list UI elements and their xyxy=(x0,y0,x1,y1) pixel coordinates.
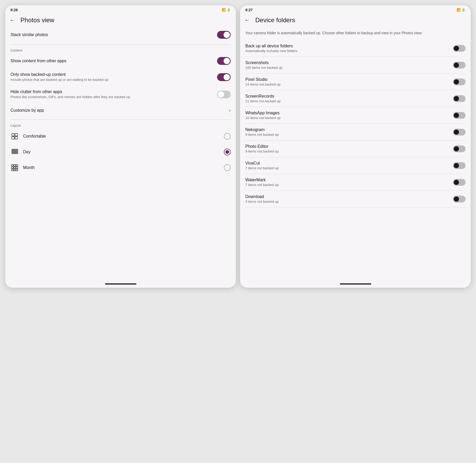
stack-label: Stack similar photos xyxy=(10,32,214,37)
top-bar-left: ← Photos view xyxy=(5,13,236,27)
folder-info-6: Photo Editor 9 items not backed up xyxy=(245,144,453,153)
svg-rect-0 xyxy=(12,134,14,136)
svg-rect-17 xyxy=(14,165,16,166)
show-content-row: Show content from other apps xyxy=(10,53,231,69)
svg-rect-23 xyxy=(14,169,16,171)
svg-rect-18 xyxy=(16,165,18,166)
svg-rect-7 xyxy=(17,149,18,150)
bottom-bar-right xyxy=(240,280,471,288)
svg-rect-15 xyxy=(17,153,18,154)
day-icon xyxy=(10,148,19,156)
folder-toggle-7[interactable] xyxy=(453,162,466,169)
show-content-toggle[interactable] xyxy=(217,57,231,65)
bottom-pill-left xyxy=(105,283,136,285)
folder-toggle-6[interactable] xyxy=(453,145,466,152)
status-bar-left: 8:26 📶 🔋 xyxy=(5,5,236,13)
folder-name-9: Download xyxy=(245,194,453,199)
comfortable-radio[interactable] xyxy=(224,133,231,140)
folder-count-9: 3 items not backed up xyxy=(245,200,453,204)
status-bar-right: 8:27 📶 🔋 xyxy=(240,5,471,13)
folder-toggle-1[interactable] xyxy=(453,62,466,69)
stack-check-icon: ✓ xyxy=(226,33,229,37)
layout-month[interactable]: Month xyxy=(10,160,231,176)
folder-count-2: 14 items not backed up xyxy=(245,82,453,86)
layout-comfortable[interactable]: Comfortable xyxy=(10,128,231,144)
folder-knob-0 xyxy=(454,46,459,51)
folder-name-5: Nekogram xyxy=(245,127,453,132)
back-button-right[interactable]: ← xyxy=(242,16,252,25)
folder-toggle-8[interactable] xyxy=(453,179,466,186)
svg-rect-6 xyxy=(15,149,16,150)
customize-app-row[interactable]: Customize by app › xyxy=(10,103,231,117)
folder-knob-5 xyxy=(454,129,459,135)
svg-rect-10 xyxy=(15,151,16,152)
folder-count-5: 9 items not backed up xyxy=(245,133,453,137)
folder-count-7: 7 items not backed up xyxy=(245,166,453,170)
time-left: 8:26 xyxy=(10,8,18,12)
svg-rect-24 xyxy=(16,169,18,171)
svg-rect-21 xyxy=(16,167,18,169)
month-label: Month xyxy=(23,165,224,170)
folder-name-6: Photo Editor xyxy=(245,144,453,149)
folder-row-8: WaterMark 7 items not backed up xyxy=(245,174,466,191)
hide-clutter-toggle[interactable] xyxy=(217,91,231,98)
svg-rect-14 xyxy=(15,153,16,154)
svg-rect-20 xyxy=(14,167,16,169)
folder-info-9: Download 3 items not backed up xyxy=(245,194,453,204)
folder-knob-7 xyxy=(454,163,459,168)
only-backed-toggle-knob xyxy=(224,74,230,80)
folder-toggle-3[interactable] xyxy=(453,95,466,102)
layout-day[interactable]: Day xyxy=(10,144,231,160)
svg-rect-13 xyxy=(14,153,15,154)
battery-icon: 🔋 xyxy=(462,8,466,12)
show-content-label: Show content from other apps xyxy=(10,59,214,63)
folder-info-4: WhatsApp Images 10 items not backed up xyxy=(245,111,453,120)
chevron-icon: › xyxy=(229,107,231,113)
page-title-right: Device folders xyxy=(255,16,295,24)
hide-clutter-sublabel: Photos like screenshots, GIFs, and memes… xyxy=(10,95,214,99)
folder-name-7: VivaCut xyxy=(245,161,453,166)
divider-2 xyxy=(10,120,231,120)
svg-rect-3 xyxy=(15,137,18,139)
folder-toggle-0[interactable] xyxy=(453,45,466,52)
folder-count-4: 10 items not backed up xyxy=(245,116,453,120)
only-backed-toggle[interactable] xyxy=(217,73,231,81)
folder-knob-2 xyxy=(454,79,459,84)
folder-knob-1 xyxy=(454,63,459,68)
folder-row-7: VivaCut 7 items not backed up xyxy=(245,157,466,174)
folder-name-2: Pixel Studio xyxy=(245,77,453,82)
page-title-left: Photos view xyxy=(20,16,54,24)
comfortable-icon xyxy=(10,132,19,140)
svg-rect-2 xyxy=(12,137,14,139)
only-backed-label: Only show backed-up content xyxy=(10,72,214,77)
bottom-pill-right xyxy=(340,283,371,285)
month-radio[interactable] xyxy=(224,164,231,171)
signal-icon: 📶 xyxy=(457,8,461,12)
folder-info-5: Nekogram 9 items not backed up xyxy=(245,127,453,137)
day-radio[interactable] xyxy=(224,149,231,155)
folder-name-4: WhatsApp Images xyxy=(245,111,453,115)
back-button-left[interactable]: ← xyxy=(7,16,17,25)
svg-rect-19 xyxy=(12,167,13,169)
top-bar-right: ← Device folders xyxy=(240,13,471,27)
day-label: Day xyxy=(23,150,224,154)
folder-toggle-4[interactable] xyxy=(453,112,466,119)
folder-toggle-9[interactable] xyxy=(453,196,466,202)
stack-toggle[interactable]: ✓ xyxy=(217,31,231,39)
right-screen: 8:27 📶 🔋 ← Device folders Your camera fo… xyxy=(240,5,471,288)
folder-info-7: VivaCut 7 items not backed up xyxy=(245,161,453,170)
svg-rect-1 xyxy=(15,134,18,136)
hide-clutter-toggle-knob xyxy=(218,91,224,98)
folder-toggle-2[interactable] xyxy=(453,78,466,85)
content-area-right: Your camera folder is automatically back… xyxy=(240,27,471,280)
folder-count-0: Automatically includes new folders xyxy=(245,49,453,53)
folder-toggle-5[interactable] xyxy=(453,129,466,135)
folder-count-6: 9 items not backed up xyxy=(245,149,453,153)
only-backed-row: Only show backed-up content Include phot… xyxy=(10,69,231,86)
only-backed-sublabel: Include photos that are backed up or are… xyxy=(10,77,214,82)
month-icon xyxy=(10,163,19,172)
day-radio-inner xyxy=(225,150,229,154)
folder-info-8: WaterMark 7 items not backed up xyxy=(245,178,453,187)
folder-info-2: Pixel Studio 14 items not backed up xyxy=(245,77,453,86)
folder-name-8: WaterMark xyxy=(245,178,453,182)
